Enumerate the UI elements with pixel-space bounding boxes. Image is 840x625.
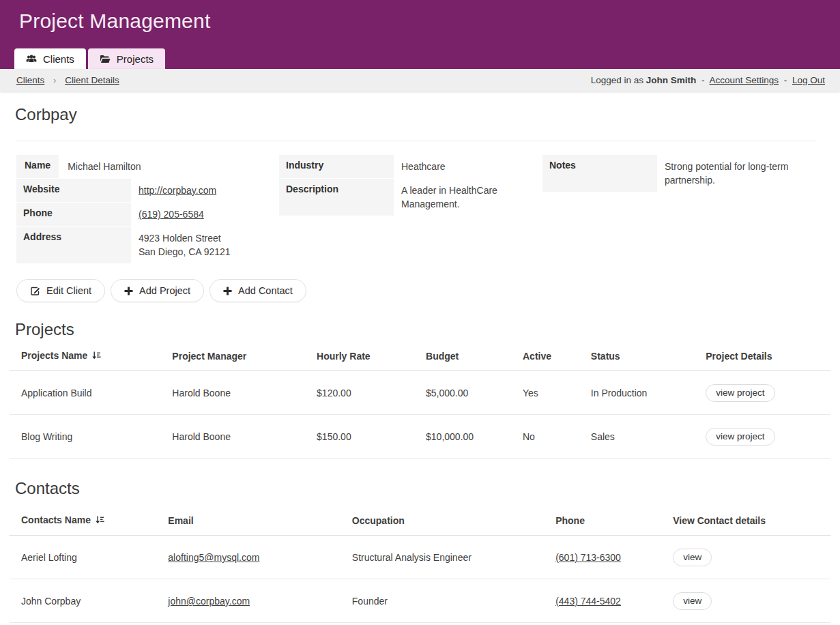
session-separator: - (701, 75, 705, 85)
add-contact-button[interactable]: Add Contact (209, 279, 306, 302)
contacts-table: Contacts Name Email Occupation (10, 506, 830, 625)
table-row: Aeriel Lofting alofting5@mysql.com Struc… (10, 536, 830, 579)
contact-name-cell: Aeriel Lofting (10, 536, 156, 579)
contact-email-cell (156, 623, 340, 625)
website-link[interactable]: http://corpbay.com (139, 185, 216, 196)
client-actions: Edit Client Add Project Add Contact (16, 279, 840, 302)
project-manager-cell: Harold Boone (160, 371, 305, 415)
detail-row-notes: Notes Strong potential for long-term par… (542, 155, 816, 192)
add-project-label: Add Project (139, 285, 190, 296)
add-project-button[interactable]: Add Project (111, 279, 204, 302)
column-header-label: Contacts Name (21, 514, 91, 525)
breadcrumb-link-client-details[interactable]: Client Details (65, 75, 119, 85)
client-details-right: Notes Strong potential for long-term par… (542, 155, 816, 192)
table-row: Blog Writing Harold Boone $150.00 $10,00… (10, 415, 830, 459)
detail-label: Address (16, 227, 131, 263)
detail-row-name: Name Michael Hamilton (16, 155, 266, 178)
tab-projects-label: Projects (117, 53, 154, 65)
column-header-projects-name[interactable]: Projects Name (10, 342, 160, 371)
contacts-header-row: Contacts Name Email Occupation (10, 506, 830, 536)
hourly-rate-cell: $120.00 (305, 371, 414, 415)
detail-row-description: Description A leader in HealthCare Manag… (279, 179, 505, 216)
tab-clients[interactable]: Clients (14, 48, 86, 69)
detail-label: Description (279, 179, 394, 216)
client-details-middle: Industry Heathcare Description A leader … (279, 155, 505, 216)
address-line-2: San Diego, CA 92121 (139, 246, 231, 257)
detail-row-address: Address 4923 Holden Street San Diego, CA… (16, 227, 266, 263)
contact-name-cell (10, 623, 156, 625)
detail-label: Notes (542, 155, 657, 192)
project-manager-cell: Harold Boone (160, 415, 305, 459)
detail-label: Name (16, 155, 59, 178)
tab-projects[interactable]: Projects (88, 48, 165, 69)
edit-client-label: Edit Client (46, 285, 91, 296)
column-header-label: Projects Name (21, 350, 87, 361)
column-header-project-details: Project Details (694, 342, 830, 371)
contact-phone-link[interactable]: (601) 713-6300 (555, 552, 621, 563)
budget-cell: $5,000.00 (414, 371, 511, 415)
contact-occupation-cell: Structural Analysis Engineer (341, 536, 544, 579)
chevron-right-icon: › (53, 75, 56, 85)
detail-label: Phone (16, 203, 131, 226)
tab-clients-label: Clients (43, 53, 74, 65)
column-header-status: Status (579, 342, 694, 371)
view-project-button[interactable]: view project (706, 384, 774, 402)
status-cell: In Production (579, 371, 694, 415)
logout-link[interactable]: Log Out (792, 75, 825, 85)
plus-icon (124, 287, 133, 295)
table-row: John Corpbay john@corpbay.com Founder (4… (10, 579, 830, 623)
topbar: Clients › Client Details Logged in as Jo… (0, 69, 840, 91)
project-name-cell: Blog Writing (10, 415, 160, 459)
app-header: Project Management Clients (0, 0, 840, 69)
folder-open-icon (100, 55, 111, 63)
detail-label: Website (16, 179, 131, 202)
projects-header-row: Projects Name Project Manager Hourly Rat… (10, 342, 830, 371)
account-settings-link[interactable]: Account Settings (710, 75, 779, 85)
edit-client-button[interactable]: Edit Client (16, 279, 105, 302)
sort-amount-icon (95, 515, 104, 527)
detail-row-industry: Industry Heathcare (279, 155, 505, 178)
budget-cell: $10,000.00 (414, 415, 511, 459)
client-name-heading: Corbpay (15, 91, 840, 124)
users-icon (26, 55, 37, 63)
column-header-email: Email (156, 506, 340, 536)
contact-email-link[interactable]: alofting5@mysql.com (168, 552, 259, 563)
column-header-active: Active (511, 342, 579, 371)
view-contact-button[interactable]: view (673, 549, 712, 566)
column-header-contacts-name[interactable]: Contacts Name (10, 506, 156, 536)
app-title: Project Management (19, 10, 840, 33)
breadcrumb-link-clients[interactable]: Clients (16, 75, 44, 85)
detail-value: Heathcare (394, 155, 446, 178)
detail-value: Michael Hamilton (59, 155, 141, 178)
main-content: Corbpay Name Michael Hamilton Website ht… (0, 91, 840, 625)
column-header-view-contact-details: View Contact details (661, 506, 830, 536)
contact-phone-link[interactable]: (443) 744-5402 (555, 596, 621, 607)
add-contact-label: Add Contact (238, 285, 293, 296)
active-cell: Yes (511, 371, 579, 415)
column-header-phone: Phone (544, 506, 661, 536)
plus-icon (223, 287, 232, 295)
project-name-cell: Application Build (10, 371, 160, 415)
session-info: Logged in as John Smith - Account Settin… (591, 75, 825, 85)
table-row: Application Build Harold Boone $120.00 $… (10, 371, 830, 415)
projects-table: Projects Name Project Manager Hourly Rat… (10, 342, 830, 459)
phone-link[interactable]: (619) 205-6584 (139, 209, 204, 220)
client-details-left: Name Michael Hamilton Website http://cor… (16, 155, 266, 264)
client-details: Name Michael Hamilton Website http://cor… (16, 155, 840, 264)
view-project-button[interactable]: view project (706, 428, 774, 446)
status-cell: Sales (579, 415, 694, 459)
hourly-rate-cell: $150.00 (305, 415, 414, 459)
contact-name-cell: John Corpbay (10, 579, 156, 623)
column-header-budget: Budget (414, 342, 511, 371)
detail-value: Strong potential for long-term partnersh… (657, 155, 816, 192)
contacts-heading: Contacts (15, 479, 840, 498)
detail-value: A leader in HealthCare Management. (394, 179, 505, 216)
column-header-hourly-rate: Hourly Rate (305, 342, 414, 371)
column-header-project-manager: Project Manager (160, 342, 305, 371)
view-contact-button[interactable]: view (673, 592, 712, 610)
address-line-1: 4923 Holden Street (139, 233, 221, 244)
divider (16, 141, 816, 141)
pencil-square-icon (30, 286, 40, 296)
session-prefix: Logged in as (591, 75, 643, 85)
contact-email-link[interactable]: john@corpbay.com (168, 596, 250, 607)
